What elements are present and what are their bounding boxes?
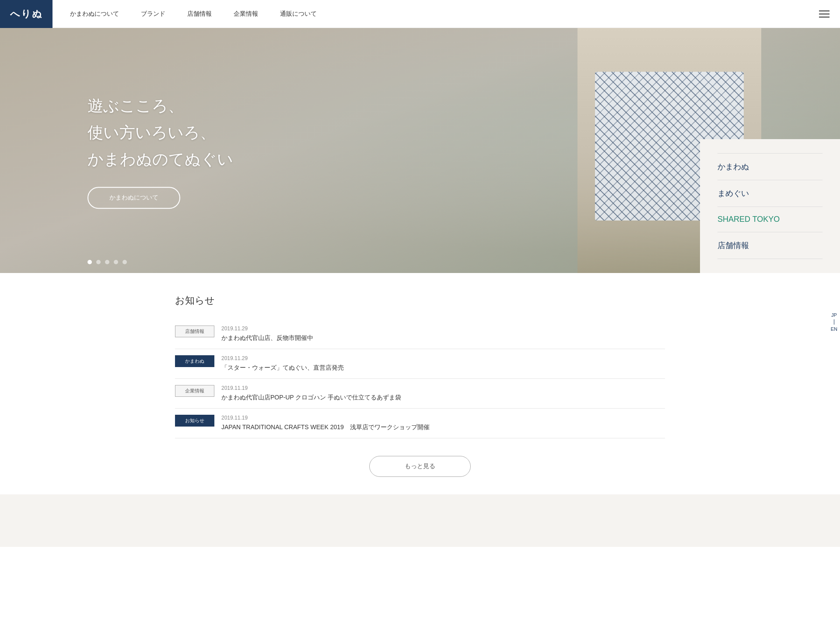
news-meta-1: 2019.11.29 かまわぬ代官山店、反物市開催中 xyxy=(221,326,665,343)
main-content: お知らせ 店舗情報 2019.11.29 かまわぬ代官山店、反物市開催中 かまわ… xyxy=(158,273,682,494)
lang-divider xyxy=(834,319,834,325)
hero-cta-button[interactable]: かまわぬについて xyxy=(88,187,180,209)
slide-dot-5[interactable] xyxy=(122,260,127,264)
side-panel-label-kamawanu: かまわぬ xyxy=(718,162,749,171)
news-tag-3: 企業情報 xyxy=(175,385,214,397)
news-tag-1: 店舗情報 xyxy=(175,326,214,337)
news-date-1: 2019.11.29 xyxy=(221,326,665,332)
lang-en[interactable]: EN xyxy=(831,326,837,332)
news-section-title: お知らせ xyxy=(175,294,665,307)
news-meta-4: 2019.11.19 JAPAN TRADITIONAL CRAFTS WEEK… xyxy=(221,415,665,432)
news-date-4: 2019.11.19 xyxy=(221,415,665,421)
hamburger-menu-icon[interactable] xyxy=(819,10,830,18)
side-panel-item-shared-tokyo[interactable]: SHARED TOKYO xyxy=(718,207,822,232)
nav-brand[interactable]: ブランド xyxy=(141,10,165,18)
side-panel: かまわぬ まめぐい SHARED TOKYO 店舗情報 xyxy=(700,139,840,273)
news-item-1: 店舗情報 2019.11.29 かまわぬ代官山店、反物市開催中 xyxy=(175,319,665,349)
news-title-2[interactable]: 「スター・ウォーズ」てぬぐい、直営店発売 xyxy=(221,363,665,372)
slide-dot-2[interactable] xyxy=(96,260,101,264)
news-meta-3: 2019.11.19 かまわぬ代官山店POP-UP クロゴハン 手ぬいで仕立てる… xyxy=(221,385,665,402)
main-nav: かまわぬについて ブランド 店舗情報 企業情報 通販について xyxy=(52,10,819,18)
hero-section: 遊ぶこころ、 使い方いろいろ、 かまわぬのてぬぐい かまわぬについて かまわぬ … xyxy=(0,28,840,273)
news-title-4[interactable]: JAPAN TRADITIONAL CRAFTS WEEK 2019 浅草店でワ… xyxy=(221,423,665,432)
lang-jp[interactable]: JP xyxy=(831,312,837,318)
slide-dot-1[interactable] xyxy=(88,260,92,264)
slide-dots xyxy=(88,260,127,264)
lang-switcher: JP EN xyxy=(828,309,840,335)
slide-dot-4[interactable] xyxy=(114,260,118,264)
news-tag-2: かまわぬ xyxy=(175,355,214,367)
logo-text: へりぬ xyxy=(10,7,43,21)
side-panel-item-kamawanu[interactable]: かまわぬ xyxy=(718,153,822,180)
hero-title-line3: かまわぬのてぬぐい xyxy=(88,146,233,173)
side-panel-label-shared-tokyo: SHARED TOKYO xyxy=(718,215,780,224)
nav-about[interactable]: かまわぬについて xyxy=(70,10,119,18)
logo[interactable]: へりぬ xyxy=(0,0,52,28)
page-bottom xyxy=(0,494,840,547)
more-button-wrapper: もっと見る xyxy=(175,456,665,477)
side-panel-label-store-info: 店舗情報 xyxy=(718,241,749,250)
nav-store[interactable]: 店舗情報 xyxy=(187,10,212,18)
hero-title: 遊ぶこころ、 使い方いろいろ、 かまわぬのてぬぐい xyxy=(88,92,233,173)
news-section: お知らせ 店舗情報 2019.11.29 かまわぬ代官山店、反物市開催中 かまわ… xyxy=(158,294,682,477)
news-date-3: 2019.11.19 xyxy=(221,385,665,391)
news-list: 店舗情報 2019.11.29 かまわぬ代官山店、反物市開催中 かまわぬ 201… xyxy=(175,319,665,438)
news-title-1[interactable]: かまわぬ代官山店、反物市開催中 xyxy=(221,333,665,343)
side-panel-item-mamegui[interactable]: まめぐい xyxy=(718,180,822,207)
more-news-button[interactable]: もっと見る xyxy=(369,456,471,477)
news-tag-4: お知らせ xyxy=(175,415,214,427)
hero-title-line2: 使い方いろいろ、 xyxy=(88,119,233,146)
side-panel-label-mamegui: まめぐい xyxy=(718,189,749,198)
nav-mailorder[interactable]: 通販について xyxy=(280,10,317,18)
side-panel-item-store-info[interactable]: 店舗情報 xyxy=(718,232,822,259)
nav-company[interactable]: 企業情報 xyxy=(234,10,258,18)
news-item-2: かまわぬ 2019.11.29 「スター・ウォーズ」てぬぐい、直営店発売 xyxy=(175,349,665,379)
news-meta-2: 2019.11.29 「スター・ウォーズ」てぬぐい、直営店発売 xyxy=(221,355,665,372)
news-title-3[interactable]: かまわぬ代官山店POP-UP クロゴハン 手ぬいで仕立てるあずま袋 xyxy=(221,393,665,402)
header: へりぬ かまわぬについて ブランド 店舗情報 企業情報 通販について xyxy=(0,0,840,28)
hero-content: 遊ぶこころ、 使い方いろいろ、 かまわぬのてぬぐい かまわぬについて xyxy=(88,92,233,209)
news-item-3: 企業情報 2019.11.19 かまわぬ代官山店POP-UP クロゴハン 手ぬい… xyxy=(175,379,665,409)
slide-dot-3[interactable] xyxy=(105,260,109,264)
hero-title-line1: 遊ぶこころ、 xyxy=(88,92,233,119)
news-date-2: 2019.11.29 xyxy=(221,355,665,361)
news-item-4: お知らせ 2019.11.19 JAPAN TRADITIONAL CRAFTS… xyxy=(175,409,665,438)
